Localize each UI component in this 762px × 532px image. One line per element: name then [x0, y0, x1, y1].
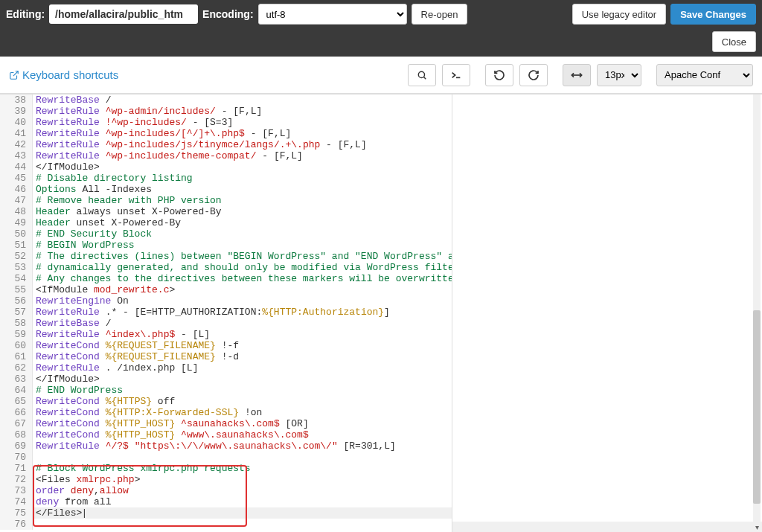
close-button[interactable]: Close	[712, 31, 756, 52]
code-line[interactable]: Header unset X-Powered-By	[33, 217, 181, 228]
code-row[interactable]: 58RewriteBase /	[0, 318, 452, 329]
code-line[interactable]: </IfModule>	[33, 161, 100, 173]
code-row[interactable]: 73order deny,allow	[0, 485, 452, 496]
code-line[interactable]: Options All -Indexes	[33, 184, 152, 195]
code-line[interactable]: RewriteRule ^wp-includes/[^/]+\.php$ - […	[33, 128, 291, 139]
code-row[interactable]: 52# The directives (lines) between "BEGI…	[0, 251, 452, 262]
code-row[interactable]: 38RewriteBase /	[0, 94, 452, 106]
code-line[interactable]: # Disable directory listing	[33, 173, 193, 184]
code-line[interactable]: RewriteBase /	[33, 318, 111, 329]
scrollbar-horizontal[interactable]: ▾	[452, 522, 762, 532]
code-row[interactable]: 63</IfModule>	[0, 374, 452, 385]
scroll-down-arrow[interactable]: ▾	[752, 522, 762, 532]
code-row[interactable]: 64# END WordPress	[0, 385, 452, 396]
code-line[interactable]: RewriteRule . /index.php [L]	[33, 362, 198, 374]
code-row[interactable]: 48Header always unset X-Powered-By	[0, 206, 452, 217]
path-input[interactable]	[49, 4, 198, 24]
code-line[interactable]: RewriteRule ^wp-admin/includes/ - [F,L]	[33, 106, 262, 117]
code-row[interactable]: 51# BEGIN WordPress	[0, 240, 452, 251]
code-line[interactable]	[33, 519, 36, 530]
terminal-button[interactable]	[442, 64, 470, 86]
code-line[interactable]: # END Security Block	[33, 228, 152, 240]
encoding-select[interactable]: utf-8	[258, 4, 407, 25]
reopen-button[interactable]: Re-open	[412, 4, 468, 25]
code-row[interactable]: 71# Block WordPress xmlrpc.php requests	[0, 463, 452, 474]
code-row[interactable]: 66RewriteCond %{HTTP:X-Forwarded-SSL} !o…	[0, 407, 452, 418]
code-row[interactable]: 72<Files xmlrpc.php>	[0, 474, 452, 485]
code-row[interactable]: 56RewriteEngine On	[0, 295, 452, 307]
legacy-editor-button[interactable]: Use legacy editor	[572, 4, 666, 25]
code-row[interactable]: 74deny from all	[0, 496, 452, 507]
keyboard-shortcuts-link[interactable]: Keyboard shortcuts	[9, 68, 118, 81]
code-row[interactable]: 49Header unset X-Powered-By	[0, 217, 452, 228]
code-row[interactable]: 54# Any changes to the directives betwee…	[0, 273, 452, 284]
code-row[interactable]: 62RewriteRule . /index.php [L]	[0, 362, 452, 374]
code-row[interactable]: 70	[0, 452, 452, 463]
save-changes-button[interactable]: Save Changes	[670, 4, 756, 25]
code-line[interactable]: # The directives (lines) between "BEGIN …	[33, 251, 452, 262]
code-row[interactable]: 67RewriteCond %{HTTP_HOST} ^saunahacks\.…	[0, 418, 452, 429]
code-row[interactable]: 53# dynamically generated, and should on…	[0, 262, 452, 273]
code-line[interactable]: RewriteRule ^wp-includes/theme-compat/ -…	[33, 150, 303, 161]
code-row[interactable]: 69RewriteRule ^/?$ "https\:\/\/www\.saun…	[0, 440, 452, 452]
code-line[interactable]: RewriteCond %{HTTP_HOST} ^saunahacks\.co…	[33, 418, 309, 429]
syntax-select[interactable]: Apache Conf	[656, 64, 753, 86]
code-line[interactable]: RewriteCond %{HTTP_HOST} ^www\.saunahack…	[33, 429, 309, 440]
code-row[interactable]: 59RewriteRule ^index\.php$ - [L]	[0, 329, 452, 340]
code-line[interactable]: # Any changes to the directives between …	[33, 273, 452, 284]
code-line[interactable]	[33, 452, 36, 463]
code-row[interactable]: 40RewriteRule !^wp-includes/ - [S=3]	[0, 117, 452, 128]
gutter: 40	[0, 117, 33, 128]
code-line[interactable]: # dynamically generated, and should only…	[33, 262, 452, 273]
code-row[interactable]: 39RewriteRule ^wp-admin/includes/ - [F,L…	[0, 106, 452, 117]
code-row[interactable]: 50# END Security Block	[0, 228, 452, 240]
code-line[interactable]: <Files xmlrpc.php>	[33, 474, 140, 485]
code-line[interactable]: order deny,allow	[33, 485, 129, 496]
search-button[interactable]	[408, 64, 436, 86]
code-row[interactable]: 76	[0, 519, 452, 530]
code-row[interactable]: 41RewriteRule ^wp-includes/[^/]+\.php$ -…	[0, 128, 452, 139]
code-line[interactable]: <IfModule mod_rewrite.c>	[33, 284, 175, 295]
code-line[interactable]: RewriteRule .* - [E=HTTP_AUTHORIZATION:%…	[33, 307, 390, 318]
code-line[interactable]: deny from all	[33, 496, 111, 507]
code-row[interactable]: 43RewriteRule ^wp-includes/theme-compat/…	[0, 150, 452, 161]
code-row[interactable]: 68RewriteCond %{HTTP_HOST} ^www\.saunaha…	[0, 429, 452, 440]
undo-button[interactable]	[485, 64, 513, 86]
code-line[interactable]: RewriteRule ^/?$ "https\:\/\/www\.saunah…	[33, 440, 396, 452]
gutter: 56	[0, 295, 33, 307]
code-line[interactable]: RewriteEngine On	[33, 295, 129, 307]
code-row[interactable]: 61RewriteCond %{REQUEST_FILENAME} !-d	[0, 351, 452, 362]
scrollbar-thumb[interactable]	[753, 310, 761, 504]
code-line[interactable]: RewriteBase /	[33, 94, 111, 106]
code-line[interactable]: </IfModule>	[33, 374, 100, 385]
code-line[interactable]: RewriteRule ^wp-includes/js/tinymce/lang…	[33, 139, 367, 150]
code-line[interactable]: # END WordPress	[33, 385, 123, 396]
wrap-toggle-button[interactable]	[563, 64, 591, 86]
code-row[interactable]: 44</IfModule>	[0, 161, 452, 173]
code-line[interactable]: RewriteCond %{REQUEST_FILENAME} !-d	[33, 351, 239, 362]
code-line[interactable]: RewriteCond %{HTTP:X-Forwarded-SSL} !on	[33, 407, 262, 418]
code-line[interactable]: # Block WordPress xmlrpc.php requests	[33, 463, 251, 474]
code-row[interactable]: 42RewriteRule ^wp-includes/js/tinymce/la…	[0, 139, 452, 150]
code-row[interactable]: 47# Remove header with PHP version	[0, 195, 452, 206]
code-line[interactable]: </Files>|	[33, 507, 87, 519]
code-line[interactable]: RewriteRule !^wp-includes/ - [S=3]	[33, 117, 233, 128]
code-line[interactable]: RewriteRule ^index\.php$ - [L]	[33, 329, 210, 340]
code-row[interactable]: 46Options All -Indexes	[0, 184, 452, 195]
code-line[interactable]: # BEGIN WordPress	[33, 240, 135, 251]
code-row[interactable]: 57RewriteRule .* - [E=HTTP_AUTHORIZATION…	[0, 307, 452, 318]
scrollbar-track[interactable]	[753, 94, 761, 522]
code-row[interactable]: 55<IfModule mod_rewrite.c>	[0, 284, 452, 295]
code-line[interactable]: RewriteCond %{REQUEST_FILENAME} !-f	[33, 340, 239, 351]
code-row[interactable]: 45# Disable directory listing	[0, 173, 452, 184]
code-row[interactable]: 75</Files>|	[0, 507, 452, 519]
code-line[interactable]: # Remove header with PHP version	[33, 195, 222, 206]
code-row[interactable]: 65RewriteCond %{HTTPS} off	[0, 396, 452, 407]
code-pane[interactable]: 38RewriteBase /39RewriteRule ^wp-admin/i…	[0, 94, 452, 532]
preview-pane[interactable]: ▾	[452, 94, 762, 532]
font-size-select[interactable]: 13px	[597, 64, 641, 86]
code-row[interactable]: 60RewriteCond %{REQUEST_FILENAME} !-f	[0, 340, 452, 351]
redo-button[interactable]	[519, 64, 548, 86]
code-line[interactable]: RewriteCond %{HTTPS} off	[33, 396, 175, 407]
code-line[interactable]: Header always unset X-Powered-By	[33, 206, 222, 217]
